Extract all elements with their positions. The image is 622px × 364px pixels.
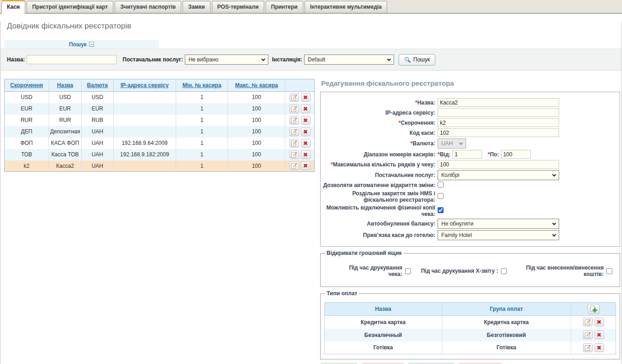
drawer-print-check-label: Під час друкування чека:: [334, 265, 402, 277]
delete-row-button[interactable]: ✖: [301, 116, 311, 125]
edit-row-button[interactable]: [289, 127, 299, 136]
tab-kasy[interactable]: Каси: [1, 0, 25, 14]
cell-short: ФОП: [5, 138, 49, 149]
cell-name: КАСА ФОП: [49, 138, 81, 149]
cell-currency: UAH: [81, 126, 113, 138]
short-field[interactable]: [438, 118, 559, 127]
cell-name: Касса2: [49, 160, 81, 172]
cell-min: 1: [176, 115, 228, 126]
separate-close-checkbox[interactable]: [438, 193, 444, 199]
search-installation-select[interactable]: Default: [304, 55, 394, 65]
maxrows-label: *Максимальна кількість рядків у чеку:: [321, 161, 435, 168]
cash-drawer-legend: Відкривати грошовий ящик: [325, 250, 403, 256]
maxrows-field[interactable]: [438, 160, 559, 169]
table-row-selected[interactable]: k2 Касса2 UAH 1 100 ✖: [5, 160, 315, 172]
chevron-down-icon: [552, 172, 556, 176]
cash-drawer-fieldset: Відкривати грошовий ящик Під час друкува…: [320, 250, 620, 287]
hotel-select[interactable]: Family Hotel: [438, 230, 559, 240]
edit-payment-button[interactable]: [583, 331, 593, 339]
edit-payment-button[interactable]: [583, 343, 593, 352]
payment-row[interactable]: Кредитна картка Кредитна картка ✖: [325, 316, 616, 329]
tab-locks[interactable]: Замки: [183, 1, 210, 13]
ip-label: IP-адреса сервісу:: [321, 110, 435, 116]
cell-short: RUR: [5, 115, 49, 126]
payment-row[interactable]: Готівка Готівка ✖: [325, 342, 616, 354]
ip-field[interactable]: [438, 108, 559, 117]
auto-open-checkbox[interactable]: [438, 182, 444, 188]
drawer-cash-inout-checkbox[interactable]: [606, 268, 612, 274]
table-row[interactable]: USD USD USD 1 100 ✖: [5, 92, 315, 103]
auto-reset-select[interactable]: Не обнуляти: [438, 219, 559, 229]
sort-short[interactable]: Скорочення: [5, 79, 49, 92]
delete-row-button[interactable]: ✖: [301, 127, 311, 136]
table-row[interactable]: ДЕП Депозитная UAH 1 100 ✖: [5, 126, 315, 138]
cell-currency: UAH: [81, 160, 113, 172]
delete-x-icon: ✖: [597, 332, 602, 338]
delete-row-button[interactable]: ✖: [301, 150, 311, 159]
edit-payment-button[interactable]: [583, 318, 593, 326]
cell-name: EUR: [49, 103, 81, 115]
search-provider-select[interactable]: Не вибрано: [185, 55, 268, 65]
name-field[interactable]: [438, 98, 559, 107]
search-button[interactable]: Пошук: [399, 54, 435, 66]
edit-row-button[interactable]: [289, 93, 299, 102]
drawer-x-report-checkbox[interactable]: [501, 268, 507, 274]
delete-row-button[interactable]: ✖: [301, 161, 311, 170]
tab-printers[interactable]: Принтери: [266, 1, 303, 13]
cell-short: EUR: [5, 103, 49, 115]
delete-payment-button[interactable]: ✖: [594, 331, 604, 339]
edit-row-button[interactable]: [289, 150, 299, 159]
tab-card-id-devices[interactable]: Пристрої ідентифікації карт: [27, 1, 113, 13]
drawer-print-check-checkbox[interactable]: [405, 268, 411, 274]
tab-interactive-multimedia[interactable]: Інтерактивне мультимедіа: [305, 1, 388, 13]
payment-name-cell: Безналичный: [325, 329, 442, 342]
chevron-down-icon: [261, 57, 265, 61]
collapse-icon[interactable]: [89, 42, 94, 47]
payment-row[interactable]: Безналичный Безготівковий ✖: [325, 329, 616, 342]
delete-x-icon: ✖: [303, 163, 308, 169]
range-to-field[interactable]: [501, 150, 531, 159]
search-panel-tab[interactable]: Пошук: [4, 40, 159, 49]
cell-name: USD: [49, 92, 81, 103]
cell-short: ДЕП: [5, 126, 49, 138]
provider-select[interactable]: Колібрі: [438, 170, 559, 180]
sort-currency[interactable]: Валюта: [81, 79, 113, 92]
edit-pencil-icon: [585, 319, 591, 325]
edit-row-button[interactable]: [289, 116, 299, 125]
code-field[interactable]: [438, 128, 559, 137]
table-row[interactable]: ФОП КАСА ФОП UAH 192.168.9.64:2009 1 100…: [5, 138, 315, 149]
sort-max[interactable]: Макс. № касира: [228, 79, 285, 92]
editor-panel: Редагування фіскального реєстратора *Наз…: [320, 79, 620, 364]
range-from-field[interactable]: [452, 150, 482, 159]
table-row[interactable]: RUR RUR RUB 1 100 ✖: [5, 115, 315, 126]
tab-passport-readers[interactable]: Зчитувачі паспортів: [115, 1, 181, 13]
edit-row-button[interactable]: [289, 105, 299, 113]
add-payment-type-button[interactable]: [588, 304, 600, 314]
table-row[interactable]: EUR EUR EUR 1 100 ✖: [5, 103, 315, 115]
physical-copy-checkbox[interactable]: [438, 207, 444, 213]
auto-open-label: Дозволяти автоматичне відкриття зміни:: [321, 182, 435, 188]
sort-ip[interactable]: IP-адреса сервісу: [113, 79, 176, 92]
cell-min: 1: [176, 149, 228, 160]
hotel-label: Прив’язка каси до готелю:: [321, 232, 435, 238]
sort-min[interactable]: Мін. № касира: [176, 79, 228, 92]
cell-short: USD: [5, 92, 49, 103]
table-row[interactable]: ТОВ Касса ТОВ UAH 192.168.9.182:2009 1 1…: [5, 149, 315, 160]
delete-x-icon: ✖: [303, 129, 308, 135]
payment-header-row: Назва Група оплат: [325, 303, 616, 316]
delete-payment-button[interactable]: ✖: [594, 343, 604, 352]
edit-row-button[interactable]: [289, 139, 299, 148]
delete-row-button[interactable]: ✖: [301, 105, 311, 113]
auto-reset-label: Автообнулення балансу:: [321, 221, 435, 227]
search-button-label: Пошук: [413, 56, 430, 63]
delete-row-button[interactable]: ✖: [301, 93, 311, 102]
registrars-table-container: Скорочення Назва Валюта IP-адреса сервіс…: [4, 79, 315, 172]
sort-name[interactable]: Назва: [49, 79, 81, 92]
cell-max: 100: [228, 103, 285, 115]
search-name-input[interactable]: [27, 55, 117, 64]
tab-pos-terminals[interactable]: POS-термінали: [212, 1, 264, 13]
edit-row-button[interactable]: [289, 161, 299, 170]
delete-row-button[interactable]: ✖: [301, 139, 311, 148]
delete-payment-button[interactable]: ✖: [594, 318, 604, 326]
cell-ip: 192.168.9.182:2009: [113, 149, 176, 160]
